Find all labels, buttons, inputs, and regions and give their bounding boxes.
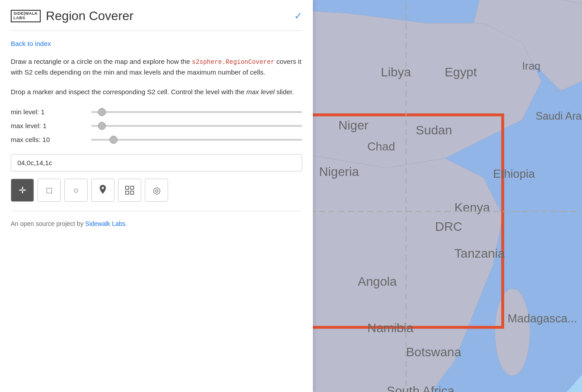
svg-rect-55: [131, 191, 134, 194]
move-tool-button[interactable]: ✛: [11, 179, 34, 202]
svg-text:Kenya: Kenya: [455, 200, 490, 214]
svg-text:Sudan: Sudan: [416, 123, 452, 137]
svg-text:Angola: Angola: [358, 275, 397, 288]
circle-tool-button[interactable]: ○: [64, 179, 88, 202]
sidewalk-labs-logo: SIDE|WALK LABS: [11, 10, 41, 22]
max-level-row: max level: 1: [11, 122, 302, 129]
max-cells-row: max cells: 10: [11, 136, 302, 143]
marker-tool-button[interactable]: [91, 179, 114, 202]
desc-part1: Draw a rectangle or a circle on the map …: [11, 58, 192, 65]
italic-text: max level: [246, 88, 274, 96]
svg-text:DRC: DRC: [435, 220, 462, 234]
svg-rect-54: [126, 191, 129, 194]
controls-section: min level: 1 max level: 1 max cells: 10: [11, 108, 302, 143]
grid-tool-button[interactable]: [118, 179, 141, 202]
svg-text:Niger: Niger: [338, 118, 368, 132]
footer-period: .: [126, 220, 127, 227]
target-tool-button[interactable]: ◎: [145, 179, 168, 202]
footer-text-prefix: An open source project by: [11, 220, 85, 227]
min-level-label: min level: 1: [11, 108, 91, 116]
desc-part3: Drop a marker and inspect the correspond…: [11, 88, 246, 96]
svg-rect-53: [131, 186, 134, 189]
svg-rect-52: [126, 186, 129, 189]
description-text2: Drop a marker and inspect the correspond…: [11, 87, 302, 97]
collapse-button[interactable]: ✓: [294, 10, 302, 22]
logo-title-group: SIDE|WALK LABS Region Coverer: [11, 9, 134, 23]
min-level-row: min level: 1: [11, 108, 302, 116]
page-title: Region Coverer: [46, 9, 134, 23]
svg-text:Iraq: Iraq: [522, 60, 540, 72]
svg-text:Nigeria: Nigeria: [319, 165, 359, 179]
svg-text:Botswana: Botswana: [406, 345, 461, 359]
max-cells-label: max cells: 10: [11, 136, 91, 143]
svg-text:Chad: Chad: [367, 140, 395, 153]
svg-text:South Africa: South Africa: [387, 384, 455, 392]
desc-part4: slider.: [274, 88, 294, 96]
svg-text:Ethiopia: Ethiopia: [493, 167, 535, 180]
max-level-label: max level: 1: [11, 122, 91, 129]
svg-text:Namibia: Namibia: [367, 321, 413, 335]
min-level-slider[interactable]: [91, 111, 302, 113]
footer-text: An open source project by Sidewalk Labs.: [11, 220, 302, 227]
panel-header: SIDE|WALK LABS Region Coverer ✓: [0, 0, 313, 30]
cell-input[interactable]: [11, 154, 302, 171]
sidewalk-labs-link[interactable]: Sidewalk Labs: [85, 220, 126, 227]
rectangle-tool-button[interactable]: □: [38, 179, 61, 202]
panel-body: Back to index Draw a rectangle or a circ…: [0, 31, 313, 236]
svg-text:Tanzania: Tanzania: [455, 246, 505, 260]
svg-text:Madagasca...: Madagasca...: [507, 312, 577, 325]
code-snippet: s2sphere.RegionCoverer: [192, 58, 274, 66]
svg-text:Saudi Arabia: Saudi Arabia: [536, 110, 582, 122]
tool-buttons-group: ✛ □ ○ ◎: [11, 179, 302, 202]
panel: SIDE|WALK LABS Region Coverer ✓ Back to …: [0, 0, 313, 392]
back-to-index-link[interactable]: Back to index: [11, 40, 51, 47]
footer-divider: [11, 211, 302, 211]
description-text: Draw a rectangle or a circle on the map …: [11, 56, 302, 78]
max-level-slider[interactable]: [91, 125, 302, 127]
svg-text:Egypt: Egypt: [445, 65, 477, 79]
max-cells-slider[interactable]: [91, 139, 302, 141]
svg-text:Libya: Libya: [381, 65, 411, 79]
